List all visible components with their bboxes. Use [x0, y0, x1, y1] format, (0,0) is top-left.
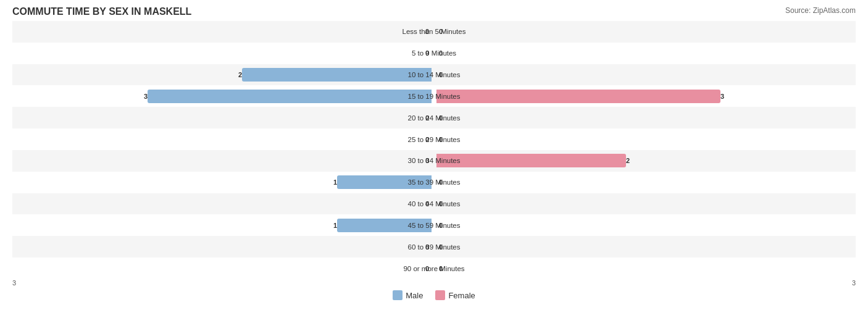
female-value: 0 [439, 71, 443, 78]
male-value: 0 [425, 114, 429, 122]
male-value: 0 [425, 136, 429, 143]
bar-row: 0 30 to 34 Minutes 2 [12, 150, 856, 172]
bar-row: 1 45 to 59 Minutes 0 [12, 214, 856, 236]
bar-row: 0 25 to 29 Minutes 0 [12, 128, 856, 150]
female-value: 0 [439, 200, 443, 208]
male-value: 1 [333, 222, 337, 229]
female-value: 0 [439, 114, 443, 122]
female-value: 2 [626, 157, 630, 164]
left-section: 0 [12, 150, 434, 172]
female-swatch [435, 290, 445, 300]
bar-row: 0 5 to 9 Minutes 0 [12, 43, 856, 64]
bar-male [148, 90, 432, 103]
chart-title: COMMUTE TIME BY SEX IN MASKELL [12, 6, 856, 17]
female-label: Female [448, 291, 475, 300]
female-value: 0 [439, 222, 443, 229]
right-section: 0 [434, 236, 856, 258]
left-section: 1 [12, 214, 434, 236]
right-section: 0 [434, 193, 856, 215]
male-value: 0 [425, 243, 429, 251]
female-value: 0 [439, 49, 443, 57]
right-section: 2 [434, 150, 856, 172]
bar-female [436, 154, 626, 167]
female-value: 0 [439, 28, 443, 35]
bar-row: 0 60 to 89 Minutes 0 [12, 236, 856, 258]
right-section: 0 [434, 214, 856, 236]
bar-row: 0 Less than 5 Minutes 0 [12, 21, 856, 43]
bar-male [242, 68, 432, 82]
right-section: 0 [434, 172, 856, 193]
left-section: 0 [12, 107, 434, 128]
right-section: 0 [434, 107, 856, 128]
right-section: 0 [434, 21, 856, 43]
female-value: 0 [439, 136, 443, 143]
left-section: 0 [12, 258, 434, 279]
female-value: 0 [439, 178, 443, 186]
left-section: 0 [12, 21, 434, 43]
left-section: 3 [12, 85, 434, 107]
right-section: 0 [434, 258, 856, 279]
bar-male [337, 219, 432, 232]
male-value: 2 [238, 71, 242, 78]
male-value: 3 [144, 93, 148, 100]
female-value: 3 [720, 93, 724, 100]
left-section: 1 [12, 172, 434, 193]
male-value: 1 [333, 178, 337, 186]
left-section: 0 [12, 193, 434, 215]
right-section: 3 [434, 85, 856, 107]
female-value: 0 [439, 243, 443, 251]
male-value: 0 [425, 49, 429, 57]
legend-male: Male [393, 290, 423, 300]
male-value: 0 [425, 157, 429, 164]
left-section: 0 [12, 236, 434, 258]
male-label: Male [406, 291, 423, 300]
chart-container: COMMUTE TIME BY SEX IN MASKELL Source: Z… [0, 0, 868, 323]
bar-row: 0 90 or more Minutes 0 [12, 258, 856, 279]
bar-row: 1 35 to 39 Minutes 0 [12, 172, 856, 193]
female-value: 0 [439, 265, 443, 272]
axis-right: 3 [852, 279, 856, 287]
axis-left: 3 [12, 279, 16, 287]
right-section: 0 [434, 64, 856, 86]
source-text: Source: ZipAtlas.com [785, 6, 856, 15]
bar-row: 3 15 to 19 Minutes 3 [12, 85, 856, 107]
male-value: 0 [425, 28, 429, 35]
left-section: 0 [12, 43, 434, 64]
bar-male [337, 175, 432, 189]
right-section: 0 [434, 43, 856, 64]
axis-labels: 33 [12, 279, 856, 288]
bar-female [436, 90, 720, 103]
right-section: 0 [434, 128, 856, 150]
legend: Male Female [12, 290, 856, 300]
bar-row: 0 20 to 24 Minutes 0 [12, 107, 856, 128]
left-section: 2 [12, 64, 434, 86]
bar-row: 2 10 to 14 Minutes 0 [12, 64, 856, 86]
legend-female: Female [435, 290, 475, 300]
male-value: 0 [425, 265, 429, 272]
bar-row: 0 40 to 44 Minutes 0 [12, 193, 856, 215]
male-swatch [393, 290, 403, 300]
male-value: 0 [425, 200, 429, 208]
left-section: 0 [12, 128, 434, 150]
bars-area: 0 Less than 5 Minutes 0 0 5 to [12, 21, 856, 279]
